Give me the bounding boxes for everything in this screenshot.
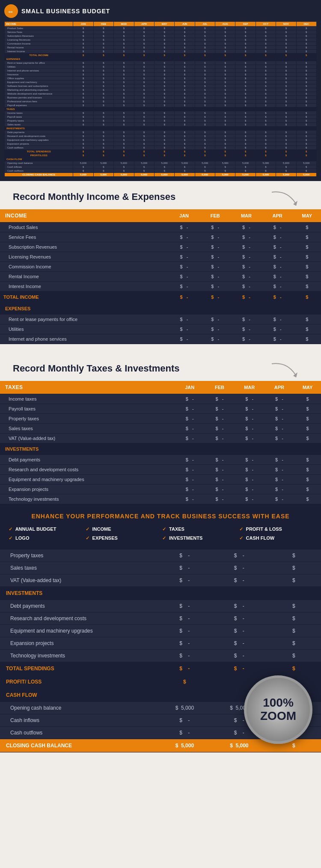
jan-header: JAN bbox=[169, 209, 200, 223]
feature-profit-loss: ✓ PROFIT & LOSS bbox=[239, 526, 313, 532]
spreadsheet-header: co SMALL BUSINESS BUDGET bbox=[4, 4, 317, 18]
table-row: Product Sales $ - $ - $ - $ - $ bbox=[0, 223, 321, 232]
income-table: INCOME JAN FEB MAR APR MAY Product Sales… bbox=[0, 209, 321, 344]
mar-header: MAR bbox=[231, 209, 262, 223]
check-icon-8: ✓ bbox=[239, 535, 243, 541]
arrow-decoration-1 bbox=[270, 188, 304, 209]
table-row: Sales taxes $ - $ - $ - $ - $ bbox=[0, 424, 321, 434]
feature-logo: ✓ LOGO bbox=[9, 535, 82, 541]
section-intro-1: Record Monthly Income & Expenses bbox=[0, 181, 321, 209]
table-row: Sales taxes $ - $ - $ bbox=[0, 562, 321, 574]
table-row: Property taxes $ - $ - $ bbox=[0, 550, 321, 562]
taxes-investments-section: TAXES JAN FEB MAR APR MAY Income taxes $… bbox=[0, 381, 321, 504]
intro-heading-1: Record Monthly Income & Expenses bbox=[13, 191, 308, 202]
apr-header: APR bbox=[262, 209, 293, 223]
check-icon-3: ✓ bbox=[162, 526, 166, 532]
taxes-table: TAXES JAN FEB MAR APR MAY Income taxes $… bbox=[0, 381, 321, 504]
zoom-text: 100%ZOOM bbox=[260, 696, 296, 723]
table-row: Income taxes $ - $ - $ - $ - $ bbox=[0, 394, 321, 404]
gap-1 bbox=[0, 344, 321, 353]
income-header: INCOME bbox=[0, 209, 169, 223]
table-row: VAT (Value-added tax) $ - $ - $ bbox=[0, 574, 321, 587]
table-row: Commission Income $ - $ - $ - $ - $ bbox=[0, 262, 321, 272]
logo: co bbox=[4, 4, 18, 18]
feature-cash-flow: ✓ CASH FLOW bbox=[239, 535, 313, 541]
check-icon-2: ✓ bbox=[86, 526, 89, 532]
arrow-decoration-2 bbox=[270, 360, 304, 381]
table-row: Technology investments $ - $ - $ bbox=[0, 650, 321, 662]
table-row: Interest Income $ - $ - $ - $ - $ bbox=[0, 282, 321, 291]
investments-detail-label: INVESTMENTS bbox=[0, 587, 321, 600]
table-row: Research and development costs $ - $ - $… bbox=[0, 465, 321, 475]
table-row: Payroll taxes $ - $ - $ - $ - $ bbox=[0, 404, 321, 414]
table-row: Internet and phone services $ - $ - $ - … bbox=[0, 334, 321, 344]
detail-section: Property taxes $ - $ - $ Sales taxes $ -… bbox=[0, 550, 321, 752]
check-icon-7: ✓ bbox=[162, 535, 166, 541]
table-row: Expansion projects $ - $ - $ - $ - $ bbox=[0, 485, 321, 494]
feature-income: ✓ INCOME bbox=[86, 526, 159, 532]
feature-taxes: ✓ TAXES bbox=[162, 526, 236, 532]
feature-investments: ✓ INVESTMENTS bbox=[162, 535, 236, 541]
check-icon-1: ✓ bbox=[9, 526, 12, 532]
features-grid: ✓ ANNUAL BUDGET ✓ INCOME ✓ TAXES ✓ PROFI… bbox=[9, 526, 312, 541]
table-row: VAT (Value-added tax) $ - $ - $ - $ - $ bbox=[0, 434, 321, 443]
income-table-section: INCOME JAN FEB MAR APR MAY Product Sales… bbox=[0, 209, 321, 344]
table-row: Property taxes $ - $ - $ - $ - $ bbox=[0, 414, 321, 424]
feb-header: FEB bbox=[199, 209, 231, 223]
section-intro-2: Record Monthly Taxes & Investments bbox=[0, 353, 321, 381]
expenses-label-row: EXPENSES bbox=[0, 303, 321, 315]
table-row: Research and development costs $ - $ - $ bbox=[0, 612, 321, 625]
table-row: Utilities $ - $ - $ - $ - $ bbox=[0, 324, 321, 334]
banner-title: ENHANCE YOUR PERFORMANCE AND TRACK BUSIN… bbox=[9, 513, 312, 520]
spreadsheet-title: SMALL BUSINESS BUDGET bbox=[21, 8, 110, 15]
spreadsheet-preview: co SMALL BUSINESS BUDGET INCOME JANFEBMA… bbox=[0, 0, 321, 181]
table-row: Equipment and machinery upgrades $ - $ -… bbox=[0, 475, 321, 485]
mini-spreadsheet: INCOME JANFEBMARAPRMAY JUNJULAUGSEPOCT N… bbox=[4, 21, 317, 177]
table-row: Expansion projects $ - $ - $ bbox=[0, 637, 321, 650]
table-row: Rent or lease payments for office $ - $ … bbox=[0, 315, 321, 324]
svg-text:co: co bbox=[9, 10, 12, 14]
check-icon-4: ✓ bbox=[239, 526, 243, 532]
table-row: Licensing Revenues $ - $ - $ - $ - $ bbox=[0, 252, 321, 262]
feature-expenses: ✓ EXPENSES bbox=[86, 535, 159, 541]
table-row: Rental Income $ - $ - $ - $ - $ bbox=[0, 272, 321, 282]
table-row: Debt payments $ - $ - $ - $ - $ bbox=[0, 455, 321, 465]
may-header: MAY bbox=[293, 209, 321, 223]
total-spendings-row: TOTAL SPENDINGS $ - $ - $ bbox=[0, 662, 321, 675]
taxes-header: TAXES bbox=[0, 381, 175, 394]
table-row: Debt payments $ - $ - $ bbox=[0, 600, 321, 612]
table-row: Subscription Revenues $ - $ - $ - $ - $ bbox=[0, 242, 321, 252]
table-row: Technology investments $ - $ - $ - $ - $ bbox=[0, 494, 321, 504]
check-icon-6: ✓ bbox=[86, 535, 89, 541]
feature-annual-budget: ✓ ANNUAL BUDGET bbox=[9, 526, 82, 532]
total-income-row: TOTAL INCOME $ - $ - $ - $ - $ bbox=[0, 291, 321, 303]
check-icon-5: ✓ bbox=[9, 535, 12, 541]
investments-label-row: INVESTMENTS bbox=[0, 443, 321, 455]
table-row: Service Fees $ - $ - $ - $ - $ bbox=[0, 232, 321, 242]
magnifier-overlay: 100%ZOOM bbox=[244, 675, 312, 744]
feature-banner: ENHANCE YOUR PERFORMANCE AND TRACK BUSIN… bbox=[0, 504, 321, 550]
intro-heading-2: Record Monthly Taxes & Investments bbox=[13, 363, 308, 374]
equipment-row: Equipment and machinery upgrades $ - $ -… bbox=[0, 625, 321, 637]
